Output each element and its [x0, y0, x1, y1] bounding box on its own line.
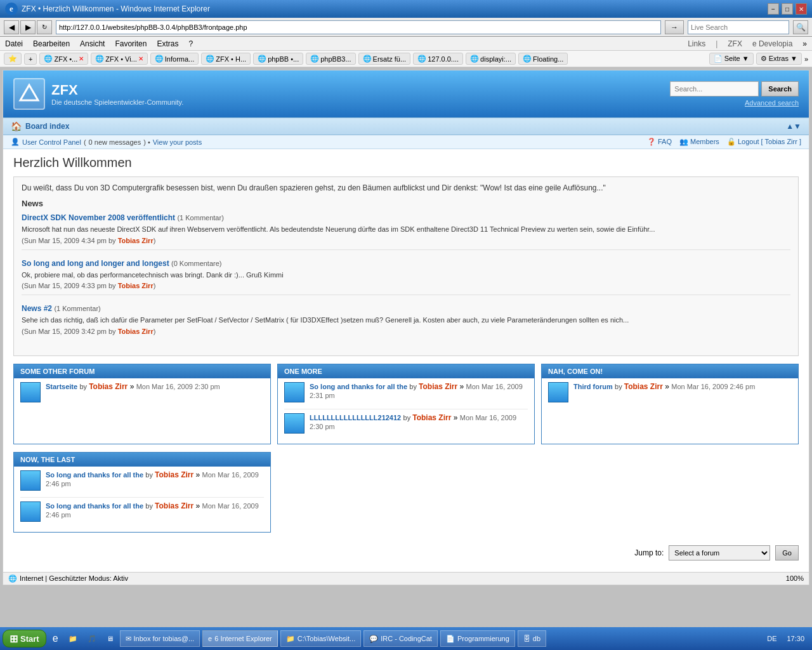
- news-intro: Du weißt, dass Du von 3D Computergrafik …: [22, 183, 790, 192]
- collapse-icon[interactable]: ▲▼: [786, 122, 801, 131]
- jump-bar: Jump to: Select a forum Go: [13, 540, 799, 566]
- forum-item-title[interactable]: So long and thanks for all the: [46, 502, 143, 510]
- news-item-author-0[interactable]: Tobias Zirr: [118, 237, 154, 244]
- ie-search-button[interactable]: 🔍: [793, 20, 808, 34]
- faq-link[interactable]: FAQ: [658, 138, 672, 145]
- menu-ansicht[interactable]: Ansicht: [80, 39, 105, 48]
- close-button[interactable]: ✕: [796, 3, 807, 15]
- fav-item-6[interactable]: 🌐 Ersatz fü...: [358, 53, 411, 65]
- fav-item-9[interactable]: 🌐 Floating...: [518, 53, 568, 65]
- devlopia-fav[interactable]: e Developia: [752, 39, 792, 48]
- minimize-button[interactable]: −: [768, 3, 779, 15]
- news-item-body-1: Ok, probiere mal, ob das performancetech…: [22, 270, 790, 281]
- logout-icon: 🔓: [727, 138, 736, 145]
- fav-extras[interactable]: ⚙ Extras ▼: [756, 53, 802, 65]
- fav-item-2[interactable]: 🌐 Informa...: [150, 53, 199, 65]
- forum-item-author[interactable]: Tobias Zirr: [412, 413, 451, 422]
- forum-box-some-other: SOME OTHER FORUM Startseite by Tobias Zi…: [13, 364, 271, 444]
- user-control-panel-link[interactable]: User Control Panel: [22, 138, 81, 146]
- view-posts-link[interactable]: View your posts: [153, 138, 202, 146]
- window-controls: − □ ✕: [768, 3, 807, 15]
- forum-box-item: So long and thanks for all the by Tobias…: [20, 501, 264, 528]
- page-heading: Herzlich Willkommen: [13, 156, 799, 170]
- menu-extras[interactable]: Extras: [157, 39, 178, 48]
- jump-go-button[interactable]: Go: [775, 545, 799, 560]
- forum-item-author[interactable]: Tobias Zirr: [155, 470, 193, 479]
- refresh-button[interactable]: ↻: [37, 20, 52, 34]
- forum-box-item: Third forum by Tobias Zirr » Mon Mar 16,…: [548, 382, 792, 409]
- more-fav[interactable]: »: [802, 39, 807, 48]
- fav-item-8[interactable]: 🌐 displayi:...: [466, 53, 516, 65]
- back-button[interactable]: ◀: [4, 20, 19, 34]
- news-item-title-2[interactable]: News #2: [22, 304, 52, 313]
- menu-bearbeiten[interactable]: Bearbeiten: [33, 39, 70, 48]
- fav-star[interactable]: ⭐: [4, 53, 22, 65]
- forum-item-arrow: »: [130, 382, 136, 391]
- address-bar: ◀ ▶ ↻ → 🔍: [0, 18, 812, 37]
- go-button[interactable]: →: [665, 20, 684, 34]
- news-item-count-2: (1 Kommentar): [54, 305, 100, 312]
- globe-icon: 🌐: [8, 574, 17, 583]
- user-bar: 👤 User Control Panel ( 0 new messages ) …: [3, 135, 809, 149]
- fav-item-0[interactable]: 🌐 ZFX •... ✕: [39, 53, 88, 65]
- fav-item-7[interactable]: 🌐 127.0.0....: [413, 53, 463, 65]
- forum-header: ZFX Die deutsche Spieleentwickler-Commun…: [3, 70, 809, 117]
- forum-item-author[interactable]: Tobias Zirr: [624, 382, 663, 391]
- news-item-body-2: Sehe ich das richtig, daß ich dafür die …: [22, 315, 790, 326]
- forum-item-title[interactable]: Startseite: [46, 383, 77, 390]
- forum-item-title[interactable]: Third forum: [573, 383, 613, 390]
- address-input[interactable]: [56, 20, 661, 34]
- news-item-title-0[interactable]: DirectX SDK November 2008 veröffentlicht: [22, 213, 175, 222]
- forum-item-icon: [284, 382, 304, 402]
- ie-search-input[interactable]: [688, 20, 789, 34]
- fav-item-5[interactable]: 🌐 phpBB3...: [306, 53, 355, 65]
- forum-item-title[interactable]: So long and thanks for all the: [46, 471, 143, 479]
- forum-item-icon: [548, 382, 568, 402]
- fav-item-3[interactable]: 🌐 ZFX • H...: [201, 53, 251, 65]
- news-item-author-2[interactable]: Tobias Zirr: [118, 328, 154, 335]
- menu-help[interactable]: ?: [188, 39, 193, 48]
- forum-item-title[interactable]: So long and thanks for all the: [310, 383, 407, 390]
- forum-grid-row2: NOW, THE LAST So long and thanks for all…: [13, 452, 799, 533]
- user-icon: 👤: [11, 138, 20, 146]
- members-link[interactable]: Members: [690, 138, 719, 145]
- forum-tagline: Die deutsche Spieleentwickler-Community.: [51, 98, 183, 106]
- news-item: News #2 (1 Kommentar) Sehe ich das richt…: [22, 304, 790, 340]
- forum-search-button[interactable]: Search: [761, 81, 799, 96]
- forum-box-now-the-last: NOW, THE LAST So long and thanks for all…: [13, 452, 271, 533]
- menu-favoriten[interactable]: Favoriten: [115, 39, 147, 48]
- menu-bar: Datei Bearbeiten Ansicht Favoriten Extra…: [0, 37, 812, 51]
- maximize-button[interactable]: □: [782, 3, 793, 15]
- title-bar: e ZFX • Herzlich Willkommen - Windows In…: [0, 0, 812, 18]
- news-item-author-1[interactable]: Tobias Zirr: [118, 282, 154, 289]
- news-item-title-1[interactable]: So long and long and longer and longest: [22, 259, 169, 268]
- fav-item-1[interactable]: 🌐 ZFX • Vi... ✕: [91, 53, 148, 65]
- svg-marker-0: [20, 85, 38, 100]
- logo-icon: [13, 78, 45, 110]
- forum-box-item: So long and thanks for all the by Tobias…: [284, 382, 528, 409]
- new-messages-count: 0 new messages: [89, 138, 141, 146]
- forum-box-header-0: SOME OTHER FORUM: [14, 364, 270, 378]
- forum-item-author[interactable]: Tobias Zirr: [155, 501, 193, 510]
- advanced-search-link[interactable]: Advanced search: [745, 99, 799, 107]
- jump-label: Jump to:: [634, 548, 664, 557]
- forum-box-nah-come-on: NAH, COME ON! Third forum by Tobias Zirr…: [541, 364, 799, 444]
- menu-datei[interactable]: Datei: [5, 39, 23, 48]
- fav-page[interactable]: 📄 Seite ▼: [709, 53, 754, 65]
- breadcrumb-link[interactable]: Board index: [25, 122, 69, 131]
- forum-item-icon: [20, 470, 41, 491]
- forum-box-item: Startseite by Tobias Zirr » Mon Mar 16, …: [20, 382, 264, 409]
- forward-button[interactable]: ▶: [20, 20, 36, 34]
- news-item-body-0: Microsoft hat nun das neueste DirectX SD…: [22, 224, 790, 235]
- forum-item-author[interactable]: Tobias Zirr: [419, 382, 457, 391]
- jump-select[interactable]: Select a forum: [669, 545, 770, 560]
- header-search: Search Advanced search: [670, 81, 799, 107]
- logout-link[interactable]: Logout [ Tobias Zirr ]: [738, 138, 801, 145]
- forum-search-input[interactable]: [670, 81, 759, 96]
- forum-item-title[interactable]: LLLLLLLLLLLLLLLL212412: [310, 414, 401, 421]
- zfx-fav[interactable]: ZFX: [728, 39, 742, 48]
- fav-item-4[interactable]: 🌐 phpBB •...: [253, 53, 303, 65]
- forum-item-author[interactable]: Tobias Zirr: [89, 382, 128, 391]
- fav-add[interactable]: +: [24, 53, 37, 65]
- status-bar: 🌐 Internet | Geschützter Modus: Aktiv 10…: [3, 572, 809, 585]
